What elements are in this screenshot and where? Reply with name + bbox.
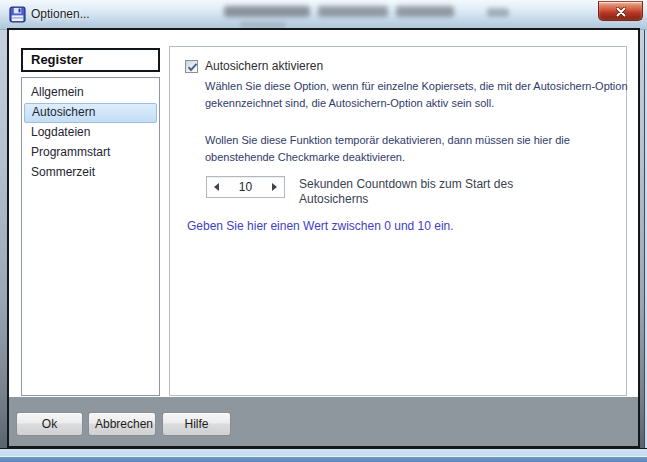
ok-button[interactable]: Ok <box>16 412 83 436</box>
spinner-value[interactable]: 10 <box>239 180 252 194</box>
spinner-decrement-icon[interactable] <box>214 183 219 191</box>
background-window-blur <box>487 8 509 17</box>
dialog-body: Register Allgemein Autosichern Logdateie… <box>7 28 640 448</box>
autosave-settings-panel: Autosichern aktivieren Wählen Sie diese … <box>169 46 627 396</box>
countdown-label: Sekunden Countdown bis zum Start des Aut… <box>299 177 551 207</box>
options-dialog: Optionen... Register Allgemein Autosiche… <box>0 0 647 462</box>
range-note: Geben Sie hier einen Wert zwischen 0 und… <box>187 219 454 233</box>
register-list: Allgemein Autosichern Logdateien Program… <box>21 77 160 396</box>
deactivate-hint: Wollen Sie diese Funktion temporär dekat… <box>205 132 639 166</box>
window-title: Optionen... <box>31 7 90 21</box>
autosave-description: Wählen Sie diese Option, wenn für einzel… <box>205 78 639 112</box>
sidebar-item-allgemein[interactable]: Allgemein <box>24 83 157 103</box>
autosave-checkbox-label: Autosichern aktivieren <box>205 59 323 73</box>
footer: Ok Abbrechen Hilfe <box>9 397 638 446</box>
background-window-blur <box>318 6 388 17</box>
autosave-checkbox[interactable] <box>185 60 198 73</box>
background-window-blur <box>224 6 310 17</box>
countdown-spinner[interactable]: 10 <box>206 176 285 198</box>
background-window-blur <box>396 6 454 17</box>
close-button[interactable] <box>598 1 643 21</box>
help-button[interactable]: Hilfe <box>162 412 231 436</box>
window-bottom-edge <box>0 448 647 462</box>
sidebar-item-sommerzeit[interactable]: Sommerzeit <box>24 163 157 183</box>
cancel-button[interactable]: Abbrechen <box>88 412 156 436</box>
spinner-increment-icon[interactable] <box>272 183 277 191</box>
register-header-label: Register <box>31 52 83 67</box>
save-icon <box>9 6 26 23</box>
sidebar-item-logdateien[interactable]: Logdateien <box>24 123 157 143</box>
sidebar-item-autosichern[interactable]: Autosichern <box>24 103 157 123</box>
register-header: Register <box>21 48 160 72</box>
sidebar-item-programmstart[interactable]: Programmstart <box>24 143 157 163</box>
titlebar[interactable]: Optionen... <box>0 0 647 30</box>
